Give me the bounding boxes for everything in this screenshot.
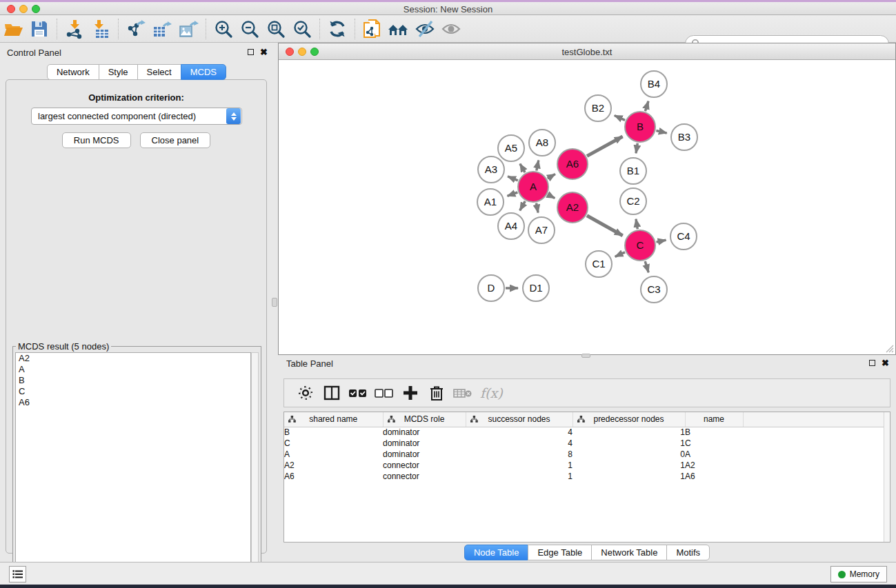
edge-C-C3[interactable] xyxy=(645,261,648,272)
node-C3[interactable]: C3 xyxy=(641,276,667,303)
table-row[interactable]: Bdominator41B xyxy=(284,427,890,438)
zoom-fit-button[interactable] xyxy=(263,18,289,40)
resize-grip-icon[interactable] xyxy=(884,343,894,353)
node-A3[interactable]: A3 xyxy=(478,156,504,183)
import-network-button[interactable] xyxy=(61,18,88,40)
table-scrollbar[interactable] xyxy=(884,412,890,542)
float-table-panel-icon[interactable] xyxy=(869,360,875,366)
export-table-button[interactable] xyxy=(149,18,175,40)
tab-network-table[interactable]: Network Table xyxy=(591,545,667,560)
close-panel-icon[interactable]: ✖ xyxy=(260,48,268,56)
zoom-in-button[interactable] xyxy=(210,18,237,40)
edge-B-B1[interactable] xyxy=(636,143,637,154)
hide-selected-button[interactable] xyxy=(412,18,438,40)
new-network-from-file-button[interactable] xyxy=(359,18,386,40)
column-header-mcds-role[interactable]: MCDS role xyxy=(383,412,466,427)
tab-motifs[interactable]: Motifs xyxy=(666,545,710,560)
mcds-result-scrollbar[interactable] xyxy=(251,352,259,581)
select-all-columns-button[interactable] xyxy=(346,381,370,405)
export-image-button[interactable] xyxy=(175,18,201,40)
node-B2[interactable]: B2 xyxy=(585,95,611,121)
edge-C-C2[interactable] xyxy=(636,219,637,230)
show-column-button[interactable] xyxy=(320,381,344,405)
node-D[interactable]: D xyxy=(478,275,504,301)
show-all-networks-button[interactable] xyxy=(386,18,412,40)
tab-select[interactable]: Select xyxy=(137,64,181,80)
close-panel-button[interactable]: Close panel xyxy=(140,132,211,148)
edge-A-A6[interactable] xyxy=(548,174,555,179)
delete-column-button[interactable] xyxy=(425,381,448,405)
task-history-button[interactable] xyxy=(9,566,26,582)
node-C[interactable]: C xyxy=(625,230,655,261)
tab-node-table[interactable]: Node Table xyxy=(464,545,529,560)
run-mcds-button[interactable]: Run MCDS xyxy=(62,132,131,148)
import-table-button[interactable] xyxy=(88,18,114,40)
memory-button[interactable]: Memory xyxy=(830,566,887,582)
network-graph[interactable]: AA1A2A3A4A5A6A7A8BB1B2B3B4CC1C2C3C4DD1 xyxy=(279,61,896,355)
close-table-panel-icon[interactable]: ✖ xyxy=(882,359,889,367)
node-B1[interactable]: B1 xyxy=(620,158,646,184)
tab-edge-table[interactable]: Edge Table xyxy=(528,545,592,560)
optimization-criterion-dropdown[interactable]: largest connected component (directed) xyxy=(31,108,242,125)
edge-A-A1[interactable] xyxy=(508,192,518,196)
node-A1[interactable]: A1 xyxy=(477,189,504,215)
node-C1[interactable]: C1 xyxy=(586,251,612,277)
tab-mcds[interactable]: MCDS xyxy=(181,64,226,80)
node-A6[interactable]: A6 xyxy=(557,149,588,179)
table-row[interactable]: Adominator80A xyxy=(284,449,890,460)
export-network-button[interactable] xyxy=(123,18,149,40)
mcds-result-item[interactable]: A2 xyxy=(16,353,250,364)
mcds-result-item[interactable]: A6 xyxy=(16,397,250,408)
column-header-name[interactable]: name xyxy=(685,412,743,427)
edge-B-B3[interactable] xyxy=(656,131,666,134)
edge-B-B4[interactable] xyxy=(645,101,648,112)
edge-A-A8[interactable] xyxy=(537,161,539,171)
zoom-selected-button[interactable] xyxy=(289,18,315,40)
edge-A-A7[interactable] xyxy=(537,203,539,213)
edge-A-A4[interactable] xyxy=(520,201,526,210)
unselect-all-columns-button[interactable] xyxy=(372,381,396,405)
node-A8[interactable]: A8 xyxy=(529,130,555,156)
node-B[interactable]: B xyxy=(625,112,655,142)
table-row[interactable]: A2connector11A2 xyxy=(284,460,890,471)
float-panel-icon[interactable] xyxy=(248,49,254,55)
create-column-button[interactable] xyxy=(399,381,422,405)
delete-table-button[interactable] xyxy=(451,381,475,405)
mcds-result-item[interactable]: C xyxy=(16,386,250,397)
vertical-splitter-handle[interactable] xyxy=(272,298,277,307)
function-builder-button[interactable]: f(x) xyxy=(477,381,503,405)
mcds-result-list[interactable]: A2ABCA6 xyxy=(15,352,251,581)
table-options-gear-button[interactable] xyxy=(294,381,317,405)
edge-C-C1[interactable] xyxy=(615,252,625,257)
node-A5[interactable]: A5 xyxy=(498,135,524,161)
node-B3[interactable]: B3 xyxy=(671,124,697,150)
edge-A-A5[interactable] xyxy=(520,164,525,173)
edge-A6-B[interactable] xyxy=(587,136,623,156)
table-row[interactable]: A6connector11A6 xyxy=(284,471,890,482)
node-A4[interactable]: A4 xyxy=(498,213,524,239)
tab-style[interactable]: Style xyxy=(99,64,138,80)
network-canvas[interactable]: AA1A2A3A4A5A6A7A8BB1B2B3B4CC1C2C3C4DD1 xyxy=(279,61,895,354)
node-A7[interactable]: A7 xyxy=(528,217,555,243)
node-table[interactable]: shared nameMCDS rolesuccessor nodesprede… xyxy=(284,412,890,482)
column-header-shared-name[interactable]: shared name xyxy=(284,412,383,427)
edge-B-B2[interactable] xyxy=(615,116,625,121)
save-session-button[interactable] xyxy=(26,18,52,40)
node-D1[interactable]: D1 xyxy=(523,275,549,301)
mcds-result-item[interactable]: A xyxy=(16,364,250,375)
column-header-predecessor-nodes[interactable]: predecessor nodes xyxy=(573,412,685,427)
edge-A-A2[interactable] xyxy=(548,194,555,198)
zoom-out-button[interactable] xyxy=(237,18,263,40)
tab-network[interactable]: Network xyxy=(47,64,99,80)
node-B4[interactable]: B4 xyxy=(641,71,667,97)
node-C2[interactable]: C2 xyxy=(620,188,646,214)
edge-A2-C[interactable] xyxy=(587,216,623,236)
mcds-result-item[interactable]: B xyxy=(16,375,250,386)
edge-A-A3[interactable] xyxy=(508,176,518,181)
node-C4[interactable]: C4 xyxy=(670,223,697,250)
node-A2[interactable]: A2 xyxy=(557,192,588,223)
edge-C-C4[interactable] xyxy=(657,240,666,242)
open-session-button[interactable] xyxy=(0,18,26,40)
node-A[interactable]: A xyxy=(518,172,548,202)
refresh-button[interactable] xyxy=(324,18,350,40)
